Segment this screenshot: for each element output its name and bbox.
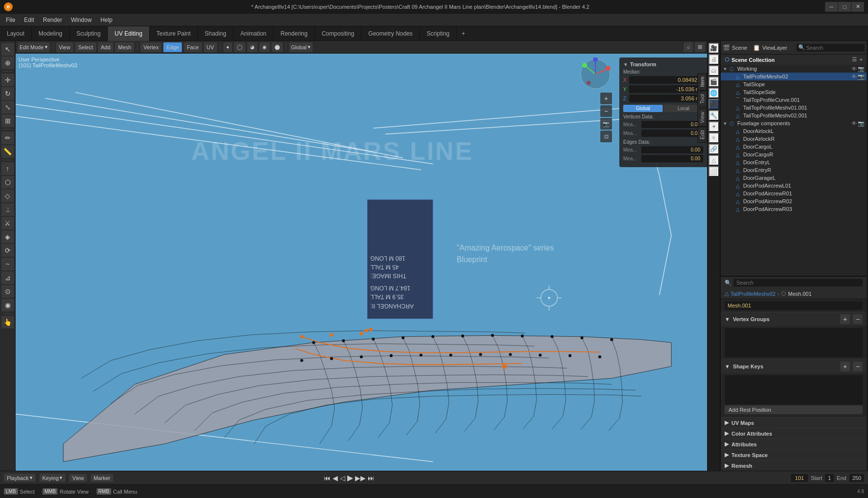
jump-start-btn[interactable]: ⏮ — [324, 474, 331, 482]
constraints-props-btn[interactable]: 🔗 — [709, 144, 719, 154]
tail-slope-side-item[interactable]: △ TailSlopeSide — [721, 88, 867, 96]
inset-tool[interactable]: ⬡ — [1, 176, 14, 189]
mesh-name-input[interactable] — [725, 301, 863, 310]
tab-layout[interactable]: Layout — [0, 26, 32, 41]
render-props-btn[interactable]: 🎥 — [709, 43, 719, 54]
working-collapse[interactable]: ▼ — [723, 66, 728, 72]
perspective-ortho-btn[interactable]: ⊡ — [600, 131, 612, 142]
data-props-btn[interactable]: △ — [709, 155, 719, 166]
material-props-btn[interactable]: ⬜ — [709, 166, 719, 177]
particles-props-btn[interactable]: ✦ — [709, 121, 719, 132]
face-menu[interactable]: Face — [184, 42, 201, 52]
view-material-btn[interactable]: ◉ — [259, 42, 270, 52]
menu-help[interactable]: Help — [97, 16, 117, 24]
tab-uv-editing[interactable]: UV Editing — [108, 26, 150, 41]
tail-curve-item[interactable]: ⌒ TailTopProfileCurve.001 — [721, 96, 867, 104]
tab-animation[interactable]: Animation — [234, 26, 274, 41]
playback-menu[interactable]: Playback ▾ — [4, 474, 36, 482]
scene-icon-btn[interactable]: 🎬 — [723, 44, 730, 51]
door-pod-r01[interactable]: △ DoorPodAircrewR01 — [721, 190, 867, 197]
select-tool[interactable]: ↖ — [1, 43, 14, 56]
menu-edit[interactable]: Edit — [20, 16, 38, 24]
working-eye-icon[interactable]: 👁 — [851, 66, 857, 72]
door-cargo-l[interactable]: △ DoorCargoL — [721, 143, 867, 151]
physics-props-btn[interactable]: ⚛ — [709, 133, 719, 143]
add-workspace-button[interactable]: + — [457, 28, 470, 39]
scale-tool[interactable]: ⤡ — [1, 101, 14, 114]
uv-maps-header[interactable]: ▶ UV Maps — [721, 418, 867, 428]
sk-remove-btn[interactable]: − — [853, 362, 863, 371]
keying-menu[interactable]: Keying ▾ — [39, 474, 66, 482]
loopcut-tool[interactable]: ⟂ — [1, 203, 14, 216]
extrude-tool[interactable]: ↑ — [1, 162, 14, 175]
tab-rendering[interactable]: Rendering — [274, 26, 315, 41]
tab-geometry-nodes[interactable]: Geometry Nodes — [361, 26, 420, 41]
color-attributes-header[interactable]: ▶ Color Attributes — [721, 428, 867, 439]
mesh-menu[interactable]: Mesh — [115, 42, 134, 52]
close-button[interactable]: ✕ — [851, 2, 864, 12]
view-layer-props-btn[interactable]: 🗂 — [709, 65, 719, 76]
polybuild-tool[interactable]: ◈ — [1, 230, 14, 243]
uv-menu[interactable]: UV — [204, 42, 217, 52]
working-render-icon[interactable]: 📷 — [858, 66, 865, 72]
x-value[interactable]: 0.084928 — [629, 76, 703, 84]
transform-tool[interactable]: ⊞ — [1, 115, 14, 127]
transform-collapse[interactable]: ▼ — [623, 62, 628, 67]
proportional-edit-btn[interactable]: ○ — [684, 42, 693, 52]
texture-space-header[interactable]: ▶ Texture Space — [721, 450, 867, 460]
modifier-props-btn[interactable]: 🔧 — [709, 110, 719, 121]
menu-file[interactable]: File — [2, 16, 19, 24]
edit-tab[interactable]: Edit — [697, 127, 707, 143]
attributes-header[interactable]: ▶ Attributes — [721, 439, 867, 449]
bevel-tool[interactable]: ◇ — [1, 190, 14, 202]
edge-menu[interactable]: Edge — [163, 42, 182, 52]
zoom-in-btn[interactable]: + — [600, 93, 612, 104]
vg-add-btn[interactable]: + — [840, 314, 850, 324]
cursor-tool[interactable]: ⊕ — [1, 57, 14, 69]
item-eye-icon[interactable]: 👁 — [851, 74, 857, 80]
tab-shading[interactable]: Shading — [198, 26, 234, 41]
zoom-out-btn[interactable]: − — [600, 105, 612, 117]
door-pod-l01[interactable]: △ DoorPodAircrewL01 — [721, 182, 867, 190]
door-pod-r03[interactable]: △ DoorPodAircrewR03 — [721, 205, 867, 213]
view-solid-btn[interactable]: ◕ — [247, 42, 257, 52]
nav-gizmo[interactable]: X Y Z — [579, 57, 612, 91]
end-val[interactable]: 250 — [849, 474, 864, 482]
measure-tool[interactable]: 📏 — [1, 145, 14, 158]
z-value[interactable]: 3.056 m — [629, 95, 703, 102]
v-mean1-val[interactable]: 0.00 — [641, 121, 703, 128]
door-entry-r[interactable]: △ DoorEntryR — [721, 166, 867, 174]
shape-keys-header[interactable]: ▼ Shape Keys + − — [721, 360, 867, 373]
vg-remove-btn[interactable]: − — [853, 314, 863, 324]
sk-add-btn[interactable]: + — [840, 362, 850, 371]
view-render-btn[interactable]: ⬤ — [272, 42, 283, 52]
fuselage-render-icon[interactable]: 📷 — [858, 120, 865, 127]
filter-icon[interactable]: ☰ — [852, 57, 857, 63]
move-tool[interactable]: ✛ — [1, 74, 14, 86]
viewport-canvas[interactable]: ANGEL II MARS LINE — [16, 54, 707, 471]
grab-tool[interactable]: 👆 — [1, 316, 14, 328]
vertex-groups-header[interactable]: ▼ Vertex Groups + − — [721, 312, 867, 326]
tail-mesh-v2-item[interactable]: △ TailTopProfileMeshv02.001 — [721, 112, 867, 119]
menu-window[interactable]: Window — [67, 16, 96, 24]
fuselage-collection[interactable]: ▼ ⬡ Fuselage components 👁 📷 — [721, 119, 867, 127]
e-mean2-val[interactable]: 0.00 — [641, 155, 703, 162]
remesh-header[interactable]: ▶ Remesh — [721, 460, 867, 471]
maximize-button[interactable]: □ — [838, 2, 851, 12]
output-props-btn[interactable]: 🖨 — [709, 54, 719, 65]
fuselage-collapse[interactable]: ▼ — [723, 121, 728, 126]
minimize-button[interactable]: ─ — [825, 2, 838, 12]
transform-dropdown[interactable]: Global ▾ — [289, 42, 313, 52]
shear-tool[interactable]: ⊿ — [1, 271, 14, 284]
v-mean2-val[interactable]: 0.00 — [641, 130, 703, 137]
view-wire-btn[interactable]: ◯ — [234, 42, 245, 52]
view-dot-btn[interactable]: ● — [223, 42, 232, 52]
select-menu[interactable]: Select — [75, 42, 96, 52]
tab-compositing[interactable]: Compositing — [315, 26, 362, 41]
door-pod-r02[interactable]: △ DoorPodAircrewR02 — [721, 197, 867, 205]
view-tab[interactable]: View — [697, 108, 707, 127]
shrink-tool[interactable]: ⊙ — [1, 285, 14, 298]
marker-menu[interactable]: Marker — [91, 474, 113, 482]
item-render-icon[interactable]: 📷 — [858, 74, 865, 80]
add-rest-position-btn[interactable]: Add Rest Position — [725, 405, 863, 414]
